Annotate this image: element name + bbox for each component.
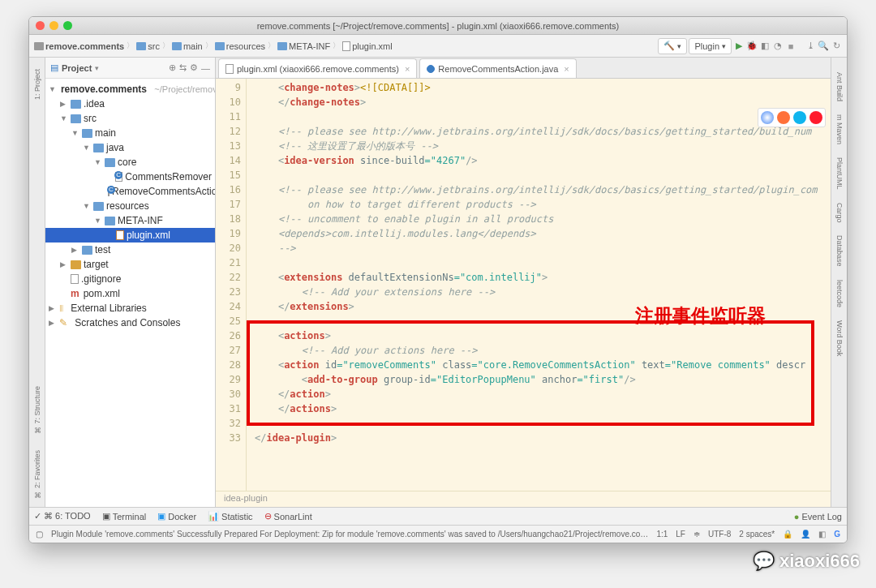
git-update-icon[interactable]: ⤓	[805, 41, 816, 52]
event-log[interactable]: ●Event Log	[794, 512, 842, 521]
ide-window: remove.comments [~/Project/remove.commen…	[28, 16, 848, 543]
project-tool-button[interactable]: 1: Project	[33, 69, 41, 100]
google-icon[interactable]: G	[834, 530, 840, 539]
tree-project-root[interactable]: ▼remove.comments ~/Project/remove.co	[45, 82, 215, 97]
cargo-tool[interactable]: Cargo	[835, 203, 844, 223]
encoding[interactable]: UTF-8	[708, 530, 731, 539]
hammer-icon: 🔨	[663, 41, 675, 52]
sonarlint-tool[interactable]: ⊖SonarLint	[264, 511, 312, 521]
crumb[interactable]: META-INF	[277, 41, 330, 51]
left-tool-stripe: 1: Project ⌘ 7: Structure ⌘ 2: Favorites	[29, 58, 45, 507]
chevron-right-icon: 〉	[127, 41, 134, 51]
ant-tool[interactable]: Ant Build	[835, 72, 844, 101]
tree-folder[interactable]: ▼main	[45, 126, 215, 140]
editor-tabs: plugin.xml (xiaoxi666.remove.comments)× …	[216, 58, 831, 79]
run-icon[interactable]: ▶	[733, 41, 745, 52]
tree-file[interactable]: .gitignore	[45, 272, 215, 286]
profile-icon[interactable]: ◔	[772, 41, 784, 52]
close-icon[interactable]: ×	[405, 64, 410, 74]
editor: plugin.xml (xiaoxi666.remove.comments)× …	[216, 58, 831, 507]
hide-icon[interactable]: —	[201, 63, 210, 73]
coverage-icon[interactable]: ◧	[759, 41, 771, 52]
mem-icon[interactable]: ◧	[818, 530, 826, 539]
project-tree[interactable]: ▼remove.comments ~/Project/remove.co ▶.i…	[45, 79, 215, 507]
opera-icon[interactable]	[809, 111, 822, 124]
lock-icon[interactable]: 🔒	[783, 530, 792, 539]
folder-icon	[93, 202, 104, 211]
chrome-icon[interactable]	[761, 111, 774, 124]
plantuml-tool[interactable]: PlantUML	[835, 157, 844, 190]
structure-tool-button[interactable]: ⌘ 7: Structure	[33, 386, 41, 434]
package-icon	[105, 158, 115, 167]
terminal-tool[interactable]: ▣Terminal	[102, 511, 147, 521]
favorites-tool-button[interactable]: ⌘ 2: Favorites	[33, 450, 41, 499]
search-icon[interactable]: 🔍	[818, 41, 829, 52]
editor-tab[interactable]: RemoveCommentsAction.java×	[419, 58, 576, 78]
indent[interactable]: 2 spaces*	[739, 530, 775, 539]
tree-external-libs[interactable]: ▶⫴ External Libraries	[45, 301, 215, 315]
maven-tool[interactable]: m Maven	[835, 114, 844, 144]
wordbook-tool[interactable]: Word Book	[835, 320, 844, 356]
gear-icon[interactable]: ⚙	[190, 62, 198, 73]
tree-file[interactable]: CommentsRemover	[45, 170, 215, 184]
maven-icon: m	[71, 288, 79, 299]
chevron-right-icon: 〉	[333, 41, 340, 51]
folder-icon	[277, 42, 287, 50]
stop-icon[interactable]: ■	[785, 41, 797, 52]
chevron-right-icon: 〉	[162, 41, 170, 51]
crumb[interactable]: resources	[215, 41, 265, 51]
folder-icon	[136, 42, 146, 50]
xml-icon	[225, 64, 234, 74]
xml-icon	[116, 230, 124, 240]
tree-folder[interactable]: ▶test	[45, 242, 215, 257]
editor-tab[interactable]: plugin.xml (xiaoxi666.remove.comments)×	[218, 58, 417, 78]
folder-icon	[82, 129, 92, 138]
code-text[interactable]: <change-notes><![CDATA[]]> </change-note…	[247, 79, 831, 491]
folder-icon	[93, 144, 104, 152]
tree-folder[interactable]: ▼resources	[45, 199, 215, 213]
settings-icon[interactable]: ↻	[831, 41, 842, 52]
settings-icon[interactable]: ⇆	[179, 62, 187, 73]
statistic-tool[interactable]: 📊Statistic	[208, 511, 253, 521]
sidebar-title[interactable]: Project	[62, 63, 92, 73]
project-sidebar: ▤ Project ▾ ⊕ ⇆ ⚙ — ▼remove.comments ~/P…	[45, 58, 216, 507]
crumb[interactable]: remove.comments	[34, 41, 124, 51]
crumb[interactable]: plugin.xml	[342, 41, 393, 51]
file-icon	[71, 274, 79, 284]
status-icon[interactable]: ▢	[36, 530, 43, 539]
tree-folder[interactable]: ▶.idea	[45, 97, 215, 111]
class-icon	[427, 65, 435, 73]
crumb[interactable]: main	[172, 41, 203, 51]
tree-file[interactable]: RemoveCommentsAction	[45, 184, 215, 199]
folder-icon	[105, 217, 115, 225]
editor-breadcrumb[interactable]: idea-plugin	[216, 491, 831, 507]
window-title: remove.comments [~/Project/remove.commen…	[29, 21, 847, 31]
tree-scratches[interactable]: ▶✎ Scratches and Consoles	[45, 315, 215, 330]
leetcode-tool[interactable]: leetcode	[835, 280, 844, 307]
caret-position[interactable]: 1:1	[656, 530, 668, 539]
line-ending[interactable]: LF	[676, 530, 685, 539]
tree-folder[interactable]: ▶target	[45, 257, 215, 272]
tree-folder[interactable]: ▼META-INF	[45, 213, 215, 228]
collapse-icon[interactable]: ⊕	[169, 62, 176, 73]
database-tool[interactable]: Database	[835, 235, 844, 267]
safari-icon[interactable]	[793, 111, 806, 124]
tree-file[interactable]: mpom.xml	[45, 286, 215, 301]
build-button[interactable]: 🔨▾	[658, 38, 687, 54]
bottom-tool-stripe: ✓⌘ 6: TODO ▣Terminal ▣Docker 📊Statistic …	[29, 507, 847, 525]
debug-icon[interactable]: 🐞	[746, 41, 758, 52]
folder-icon	[34, 42, 44, 50]
code-area[interactable]: 9101112131415161718192021222324252627282…	[216, 79, 831, 491]
run-config-selector[interactable]: Plugin ▾	[689, 38, 732, 54]
tree-package[interactable]: ▼core	[45, 155, 215, 170]
close-icon[interactable]: ×	[564, 64, 569, 74]
tree-folder[interactable]: ▼src	[45, 111, 215, 126]
docker-tool[interactable]: ▣Docker	[157, 511, 196, 521]
line-gutter: 9101112131415161718192021222324252627282…	[216, 79, 247, 491]
tree-file-selected[interactable]: plugin.xml	[45, 228, 215, 242]
firefox-icon[interactable]	[777, 111, 790, 124]
tree-folder[interactable]: ▼java	[45, 140, 215, 155]
inspect-icon[interactable]: 👤	[801, 530, 810, 539]
crumb[interactable]: src	[136, 41, 160, 51]
todo-tool[interactable]: ✓⌘ 6: TODO	[34, 511, 91, 521]
